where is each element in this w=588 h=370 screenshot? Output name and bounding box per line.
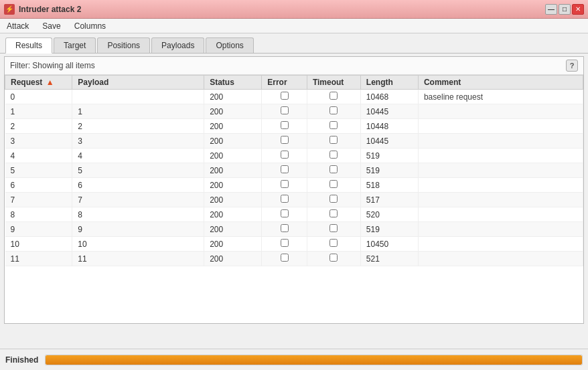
cell-timeout-checkbox[interactable] [329,165,338,173]
cell-status: 200 [204,134,262,149]
col-timeout[interactable]: Timeout [307,76,360,90]
tab-target[interactable]: Target [54,37,96,53]
menu-attack[interactable]: Attack [4,20,31,32]
cell-request: 8 [5,207,72,222]
cell-request: 1 [5,104,72,119]
cell-error[interactable] [262,163,307,178]
menu-columns[interactable]: Columns [72,20,108,32]
table-row[interactable]: 2220010448 [5,119,583,134]
cell-timeout[interactable] [307,178,360,193]
cell-timeout-checkbox[interactable] [329,180,338,188]
cell-error[interactable] [262,178,307,193]
cell-error-checkbox[interactable] [281,165,289,173]
cell-timeout[interactable] [307,163,360,178]
cell-timeout-checkbox[interactable] [329,254,338,262]
cell-error[interactable] [262,193,307,207]
cell-comment [418,252,583,266]
tab-results[interactable]: Results [5,37,52,54]
cell-error[interactable] [262,149,307,163]
cell-error-checkbox[interactable] [281,209,289,217]
cell-timeout-checkbox[interactable] [329,209,338,217]
cell-error-checkbox[interactable] [281,180,289,188]
minimize-button[interactable]: — [545,4,557,15]
col-comment[interactable]: Comment [418,76,583,90]
table-row[interactable]: 3320010445 [5,134,583,149]
cell-error-checkbox[interactable] [281,136,289,144]
cell-request: 9 [5,222,72,237]
cell-request: 11 [5,252,72,266]
cell-error[interactable] [262,237,307,252]
cell-timeout-checkbox[interactable] [329,195,338,203]
cell-length: 519 [360,163,418,178]
cell-timeout-checkbox[interactable] [329,151,338,159]
cell-timeout[interactable] [307,104,360,119]
cell-timeout-checkbox[interactable] [329,92,338,100]
status-bar: Finished [0,349,588,370]
cell-length: 517 [360,193,418,207]
cell-comment [418,104,583,119]
table-body: 020010468baseline request112001044522200… [5,90,583,266]
cell-error-checkbox[interactable] [281,224,289,232]
cell-timeout[interactable] [307,90,360,104]
table-row[interactable]: 66200518 [5,178,583,193]
cell-error[interactable] [262,90,307,104]
cell-timeout-checkbox[interactable] [329,106,338,114]
col-payload[interactable]: Payload [72,76,204,90]
table-row[interactable]: 101020010450 [5,237,583,252]
cell-error[interactable] [262,134,307,149]
cell-error[interactable] [262,252,307,266]
cell-length: 519 [360,149,418,163]
tab-payloads[interactable]: Payloads [151,37,204,53]
cell-timeout[interactable] [307,207,360,222]
tab-options[interactable]: Options [206,37,253,53]
cell-error-checkbox[interactable] [281,106,289,114]
col-length[interactable]: Length [360,76,418,90]
col-error[interactable]: Error [262,76,307,90]
cell-error[interactable] [262,119,307,134]
table-row[interactable]: 1111200521 [5,252,583,266]
cell-comment [418,237,583,252]
cell-error-checkbox[interactable] [281,151,289,159]
cell-status: 200 [204,252,262,266]
cell-error[interactable] [262,104,307,119]
table-row[interactable]: 1120010445 [5,104,583,119]
cell-timeout-checkbox[interactable] [329,136,338,144]
cell-timeout[interactable] [307,222,360,237]
col-request[interactable]: Request ▲ [5,76,72,90]
cell-timeout[interactable] [307,237,360,252]
table-row[interactable]: 77200517 [5,193,583,207]
table-row[interactable]: 44200519 [5,149,583,163]
table-row[interactable]: 88200520 [5,207,583,222]
cell-comment [418,134,583,149]
col-status[interactable]: Status [204,76,262,90]
table-row[interactable]: 99200519 [5,222,583,237]
cell-timeout-checkbox[interactable] [329,121,338,129]
cell-payload: 2 [72,119,204,134]
menu-bar: Attack Save Columns [0,19,588,33]
cell-error-checkbox[interactable] [281,195,289,203]
menu-save[interactable]: Save [40,20,63,32]
cell-timeout[interactable] [307,134,360,149]
cell-error[interactable] [262,207,307,222]
cell-timeout-checkbox[interactable] [329,224,338,232]
cell-error-checkbox[interactable] [281,254,289,262]
table-row[interactable]: 020010468baseline request [5,90,583,104]
cell-timeout[interactable] [307,252,360,266]
cell-error[interactable] [262,222,307,237]
tab-positions[interactable]: Positions [97,37,150,53]
cell-payload: 6 [72,178,204,193]
cell-timeout[interactable] [307,119,360,134]
cell-error-checkbox[interactable] [281,239,289,247]
cell-timeout-checkbox[interactable] [329,239,338,247]
table-row[interactable]: 55200519 [5,163,583,178]
cell-comment [418,193,583,207]
cell-error-checkbox[interactable] [281,121,289,129]
maximize-button[interactable]: □ [559,4,571,15]
help-button[interactable]: ? [566,60,578,72]
results-table-container[interactable]: Request ▲ Payload Status Error Timeout L… [5,75,583,323]
cell-error-checkbox[interactable] [281,92,289,100]
close-button[interactable]: ✕ [572,4,584,15]
cell-status: 200 [204,90,262,104]
cell-timeout[interactable] [307,149,360,163]
cell-timeout[interactable] [307,193,360,207]
